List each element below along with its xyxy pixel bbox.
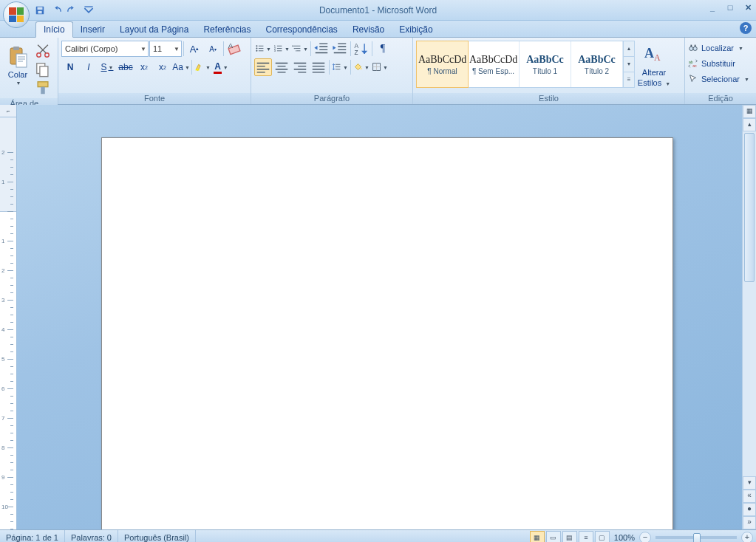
multilevel-list-button[interactable]: ▼ [291,40,309,58]
shading-button[interactable]: ▼ [353,58,370,76]
subscript-button[interactable]: x2 [135,58,153,76]
view-full-reading-button[interactable]: ▭ [546,531,561,542]
close-button[interactable]: ✕ [743,3,753,13]
align-left-button[interactable] [254,58,272,76]
style-gallery[interactable]: AaBbCcDd¶ Normal AaBbCcDd¶ Sem Esp... Aa… [416,41,635,88]
svg-rect-10 [40,66,48,77]
bold-button[interactable]: N [61,58,79,76]
select-button[interactable]: Selecionar▼ [687,72,751,86]
align-center-button[interactable] [273,58,290,76]
increase-indent-button[interactable] [331,40,349,58]
scroll-track[interactable] [743,131,756,476]
minimize-button[interactable]: _ [707,3,718,13]
prev-page-button[interactable]: « [743,490,756,503]
zoom-out-button[interactable]: − [639,532,651,542]
sort-icon: AZ [353,41,370,57]
scroll-thumb[interactable] [744,133,755,282]
scroll-down-button[interactable]: ▾ [743,476,756,490]
redo-button[interactable] [65,3,80,18]
chevron-up-icon[interactable]: ▴ [624,41,634,57]
strikethrough-button[interactable]: abc [117,58,134,76]
ruler-corner[interactable]: ⌐ [0,105,17,117]
numbering-button[interactable]: 123▼ [273,40,290,58]
svg-text:A: A [228,41,234,49]
bullets-button[interactable]: ▼ [254,40,272,58]
find-button[interactable]: Localizar▼ [687,41,751,55]
superscript-button[interactable]: x2 [154,58,171,76]
vertical-scrollbar[interactable]: ▦ ▴ ▾ « ● » [742,105,756,529]
save-button[interactable] [33,3,47,18]
align-right-button[interactable] [291,58,309,76]
grow-font-button[interactable]: A▴ [185,40,203,58]
style-no-spacing[interactable]: AaBbCcDd¶ Sem Esp... [468,41,520,87]
style-heading1[interactable]: AaBbCcTítulo 1 [520,41,571,87]
tab-correspondencias[interactable]: Correspondências [258,22,344,37]
paste-label: Colar [8,70,27,79]
document-page[interactable] [101,137,673,529]
font-color-button[interactable]: A▼ [212,58,230,76]
tab-referencias[interactable]: Referências [196,22,258,37]
borders-button[interactable]: ▼ [371,58,389,76]
copy-button[interactable] [34,61,52,78]
view-draft-button[interactable]: ▢ [595,531,610,542]
sort-button[interactable]: AZ [353,40,370,58]
style-normal[interactable]: AaBbCcDd¶ Normal [416,41,469,88]
outdent-icon [313,41,330,57]
change-styles-button[interactable]: AA Alterar Estilos ▼ [636,39,672,91]
page-viewport[interactable] [16,117,743,529]
status-language[interactable]: Português (Brasil) [118,530,196,542]
status-words[interactable]: Palavras: 0 [65,530,118,542]
gallery-expand-icon[interactable]: ≡ [624,72,634,88]
scroll-up-button[interactable]: ▴ [743,118,756,131]
status-page[interactable]: Página: 1 de 1 [0,530,65,542]
ruler-toggle-button[interactable]: ▦ [743,105,756,118]
font-size-combo[interactable]: 11▼ [149,41,182,57]
maximize-button[interactable]: □ [725,3,735,13]
group-label-font: Fonte [58,93,251,104]
bucket-icon [353,62,363,72]
tab-exibicao[interactable]: Exibição [392,22,440,37]
clear-formatting-button[interactable]: A [225,40,243,58]
change-case-button[interactable]: Aa▼ [172,58,190,76]
qat-customize-button[interactable] [81,3,96,18]
chevron-down-icon[interactable]: ▾ [624,57,634,72]
shrink-font-button[interactable]: A▾ [204,40,222,58]
replace-button[interactable]: abacSubstituir [687,56,751,71]
justify-button[interactable] [310,58,327,76]
chevron-down-icon: ▼ [744,77,749,82]
office-button[interactable] [3,1,30,28]
next-page-button[interactable]: » [743,516,756,529]
window-controls: _ □ ✕ [707,3,753,13]
vertical-ruler[interactable]: 211234567891011 [0,117,17,529]
zoom-label[interactable]: 100% [614,533,635,542]
tab-revisao[interactable]: Revisão [345,22,392,37]
view-outline-button[interactable]: ≡ [579,531,593,542]
zoom-slider[interactable] [655,536,737,539]
status-bar: Página: 1 de 1 Palavras: 0 Português (Br… [0,529,756,542]
title-bar: Documento1 - Microsoft Word _ □ ✕ [0,0,756,21]
show-marks-button[interactable]: ¶ [374,40,392,58]
tab-layout[interactable]: Layout da Página [112,22,196,37]
highlight-button[interactable]: ▼ [194,58,211,76]
cut-button[interactable] [34,42,52,60]
zoom-in-button[interactable]: + [741,532,753,542]
style-gallery-scroll[interactable]: ▴▾≡ [623,41,634,87]
zoom-slider-knob[interactable] [693,533,701,542]
undo-button[interactable] [49,3,64,18]
browse-object-button[interactable]: ● [743,503,756,516]
view-web-button[interactable]: ▤ [562,531,577,542]
italic-button[interactable]: I [80,58,98,76]
underline-button[interactable]: S ▼ [98,58,116,76]
line-spacing-button[interactable]: ▼ [331,58,349,76]
view-print-layout-button[interactable]: ▦ [530,531,545,542]
document-area: ⌐ 321123456789101112131415161718 2112345… [0,105,756,529]
font-name-combo[interactable]: Calibri (Corpo)▼ [61,41,149,57]
ribbon: Colar ▼ Área de ... Calibri (Corpo)▼ 11▼… [0,38,756,105]
paste-button[interactable]: Colar ▼ [3,39,33,91]
tab-inicio[interactable]: Início [35,21,73,38]
style-heading2[interactable]: AaBbCcTítulo 2 [571,41,623,87]
decrease-indent-button[interactable] [313,40,330,58]
help-button[interactable]: ? [740,22,752,34]
format-painter-button[interactable] [34,79,52,97]
tab-inserir[interactable]: Inserir [73,22,112,37]
